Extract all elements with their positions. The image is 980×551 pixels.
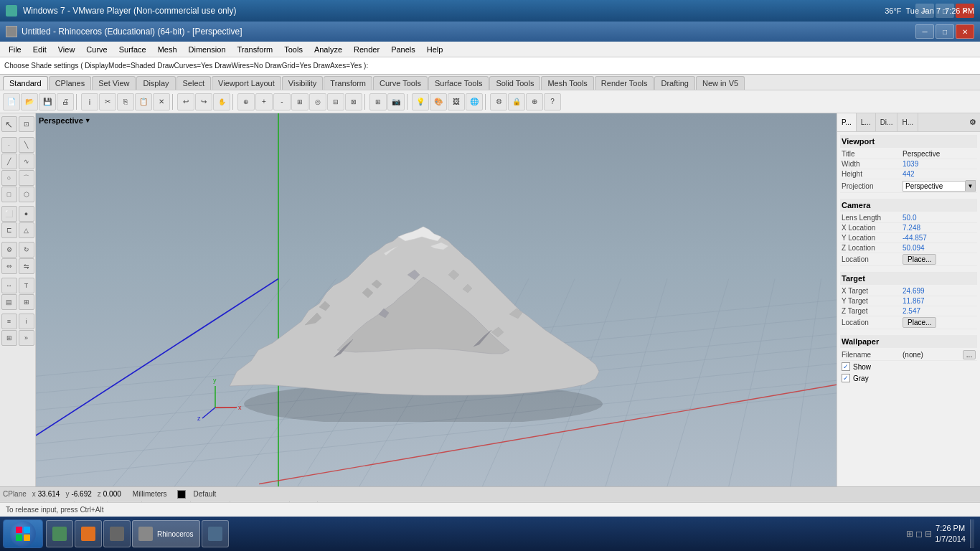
tb-cam[interactable]: 📷: [387, 93, 405, 110]
lt-transform[interactable]: ⚙: [1, 242, 17, 258]
taskbar-explorer[interactable]: [46, 520, 73, 547]
tab-render-tools[interactable]: Render Tools: [595, 76, 654, 90]
rp-projection-arrow[interactable]: ▼: [966, 180, 976, 192]
tb-zoom-all[interactable]: ⊟: [327, 93, 344, 110]
lt-box[interactable]: ⬜: [1, 206, 17, 222]
tb-snap[interactable]: ⊕: [526, 93, 543, 110]
tab-setview[interactable]: Set View: [92, 76, 136, 90]
rp-gray-checkbox[interactable]: [842, 374, 850, 382]
tb-zoom-ext[interactable]: ⊕: [237, 93, 255, 110]
menu-help[interactable]: Help: [421, 44, 449, 55]
tab-solid-tools[interactable]: Solid Tools: [489, 76, 540, 90]
lt-grid[interactable]: ⊞: [1, 330, 17, 346]
rp-projection-dropdown[interactable]: Perspective ▼: [903, 180, 976, 192]
lt-cone[interactable]: △: [19, 222, 34, 238]
tb-help[interactable]: ?: [544, 93, 561, 110]
rp-show-checkbox[interactable]: [842, 362, 850, 371]
rhino-maximize-btn[interactable]: □: [936, 24, 954, 39]
menu-view[interactable]: View: [52, 44, 81, 55]
tb-new[interactable]: 📄: [3, 93, 20, 110]
tb-open[interactable]: 📂: [21, 93, 38, 110]
tb-mat[interactable]: 🎨: [430, 93, 447, 110]
taskbar-vmware[interactable]: [103, 520, 131, 547]
lt-polyline[interactable]: ╱: [1, 154, 17, 169]
tab-new-v5[interactable]: New in V5: [696, 76, 745, 90]
rp-target-place-btn[interactable]: Place...: [903, 317, 936, 328]
rhino-window-controls[interactable]: ─ □ ✕: [915, 24, 974, 39]
tb-redo[interactable]: ↪: [195, 93, 212, 110]
tb-pan[interactable]: ✋: [213, 93, 230, 110]
lt-line[interactable]: ╲: [19, 137, 34, 153]
viewport-area[interactable]: Perspective ▼: [36, 113, 837, 486]
menu-tools[interactable]: Tools: [278, 44, 308, 55]
tab-viewport-layout[interactable]: Viewport Layout: [212, 76, 281, 90]
lt-layer[interactable]: ≡: [1, 314, 17, 329]
menu-panels[interactable]: Panels: [385, 44, 421, 55]
rp-filename-browse-btn[interactable]: ...: [963, 350, 976, 359]
rp-location-place-btn[interactable]: Place...: [903, 254, 936, 265]
lt-prop2[interactable]: i: [19, 314, 34, 329]
tb-paste[interactable]: 📋: [135, 93, 152, 110]
lt-curve[interactable]: ∿: [19, 154, 34, 169]
menu-file[interactable]: File: [3, 44, 27, 55]
tab-curve-tools[interactable]: Curve Tools: [373, 76, 428, 90]
lt-polygon[interactable]: ⬡: [19, 187, 34, 202]
tb-copy[interactable]: ⎘: [117, 93, 134, 110]
menu-transform[interactable]: Transform: [232, 44, 279, 55]
rp-settings-btn[interactable]: ⚙: [966, 113, 980, 131]
lt-rotate[interactable]: ↻: [19, 242, 34, 258]
taskbar-firefox[interactable]: [75, 520, 102, 547]
lt-dim[interactable]: ↔: [1, 278, 17, 293]
tb-light[interactable]: 💡: [412, 93, 429, 110]
start-button[interactable]: [3, 519, 43, 548]
lt-select[interactable]: ↖: [1, 116, 17, 132]
lt-arc[interactable]: ⌒: [19, 170, 34, 186]
menu-render[interactable]: Render: [348, 44, 385, 55]
rhino-close-btn[interactable]: ✕: [956, 24, 974, 39]
tab-drafting[interactable]: Drafting: [654, 76, 695, 90]
tb-undo[interactable]: ↩: [177, 93, 194, 110]
tab-select[interactable]: Select: [176, 76, 212, 90]
rp-tab-properties[interactable]: P...: [837, 113, 857, 131]
viewport-dropdown-arrow[interactable]: ▼: [85, 117, 91, 124]
lt-point[interactable]: ·: [1, 137, 17, 153]
tb-lock[interactable]: 🔒: [508, 93, 525, 110]
lt-hatch[interactable]: ▤: [1, 294, 17, 310]
command-input[interactable]: [490, 62, 976, 70]
tab-mesh-tools[interactable]: Mesh Tools: [541, 76, 593, 90]
tab-visibility[interactable]: Visibility: [282, 76, 324, 90]
menu-curve[interactable]: Curve: [80, 44, 113, 55]
rp-tab-help[interactable]: H...: [897, 113, 918, 131]
tab-standard[interactable]: Standard: [3, 76, 48, 90]
lt-sphere[interactable]: ●: [19, 206, 34, 222]
tb-zoom-win[interactable]: ⊞: [291, 93, 308, 110]
tb-print[interactable]: 🖨: [57, 93, 74, 110]
taskbar-rhino[interactable]: Rhinoceros: [132, 520, 200, 547]
lt-scale[interactable]: ⇔: [1, 258, 17, 274]
lt-more[interactable]: »: [19, 330, 34, 346]
lt-text[interactable]: T: [19, 278, 34, 293]
tb-4views[interactable]: ⊞: [369, 93, 387, 110]
menu-edit[interactable]: Edit: [27, 44, 52, 55]
tb-prop[interactable]: i: [81, 93, 98, 110]
lt-area-sel[interactable]: ⊡: [19, 116, 34, 132]
show-desktop-btn[interactable]: [970, 519, 974, 548]
tb-zoom-sel[interactable]: ◎: [309, 93, 326, 110]
rp-tab-layers[interactable]: L...: [857, 113, 876, 131]
lt-rectangle[interactable]: □: [1, 187, 17, 202]
tb-globe[interactable]: 🌐: [466, 93, 483, 110]
lt-mirror[interactable]: ⇋: [19, 258, 34, 274]
tb-render[interactable]: 🖼: [448, 93, 465, 110]
tab-cplanes[interactable]: CPlanes: [49, 76, 92, 90]
taskbar-recyclebin[interactable]: [202, 520, 229, 547]
tb-zoom-in[interactable]: +: [255, 93, 273, 110]
menu-analyze[interactable]: Analyze: [308, 44, 348, 55]
tb-settings[interactable]: ⚙: [490, 93, 507, 110]
menu-mesh[interactable]: Mesh: [152, 44, 183, 55]
tab-transform[interactable]: Transform: [324, 76, 372, 90]
lt-circle[interactable]: ○: [1, 170, 17, 186]
tab-display[interactable]: Display: [136, 76, 175, 90]
rp-tab-display[interactable]: Di...: [876, 113, 898, 131]
menu-dimension[interactable]: Dimension: [183, 44, 232, 55]
lt-detail[interactable]: ⊞: [19, 294, 34, 310]
